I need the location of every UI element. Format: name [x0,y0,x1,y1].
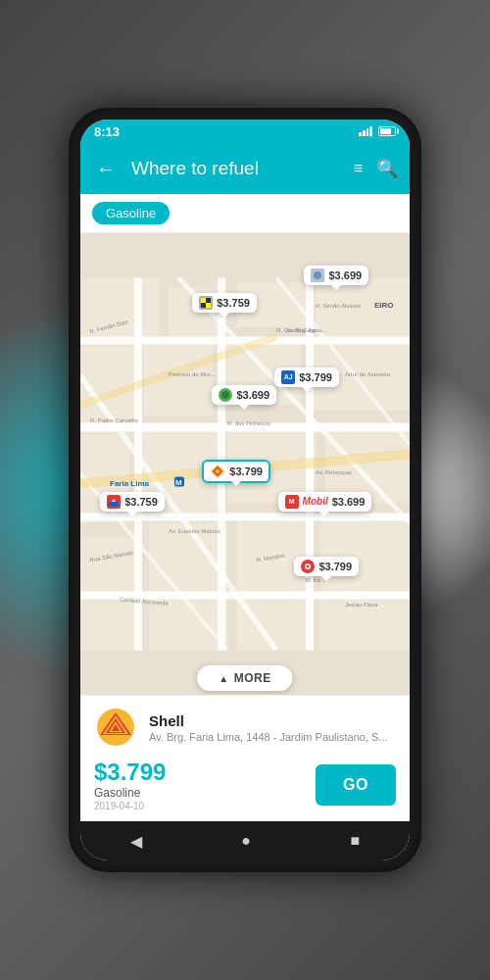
price-info: $3.799 Gasoline 2019-04-10 [94,759,166,811]
price-fuel: Gasoline [94,786,166,800]
svg-rect-51 [201,303,206,308]
pin-logo-mobil: M [285,495,299,509]
station-price-row: $3.799 Gasoline 2019-04-10 GO [94,759,396,811]
svg-text:M: M [175,478,182,487]
pin-logo-3 [219,388,232,402]
status-icons [359,126,396,136]
go-button[interactable]: GO [316,764,396,806]
svg-text:Av. Brg. Faria...: Av. Brg. Faria... [286,327,326,333]
price-pin-3[interactable]: $3.699 [212,385,276,405]
svg-text:Pedroso de Mor...: Pedroso de Mor... [169,371,216,377]
svg-text:EIRO: EIRO [374,301,394,310]
back-button[interactable]: ← [92,154,120,184]
station-name: Shell [149,712,396,729]
svg-point-54 [314,271,321,279]
pin-logo-shell [210,464,225,479]
map-container: Faria Lima M R. Fernão Dias R. Padre Car… [80,233,410,695]
svg-rect-49 [201,298,206,303]
nav-back-button[interactable]: ◀ [111,826,162,857]
nav-home-button[interactable]: ● [221,826,270,856]
pin-logo-8 [301,560,315,573]
svg-point-60 [307,564,310,567]
shell-logo-icon [96,708,135,747]
mobil-label: Mobil [303,496,328,507]
svg-rect-14 [149,523,227,651]
price-pin-4[interactable]: AJ $3.799 [274,368,339,387]
svg-rect-15 [237,518,311,651]
page-title: Where to refuel [131,158,342,179]
price-pin-7[interactable]: M Mobil $3.699 [278,492,372,512]
svg-text:R. Padre Carvalho: R. Padre Carvalho [90,417,139,423]
svg-rect-56 [109,502,119,507]
nav-recents-button[interactable]: ■ [331,826,380,856]
svg-text:R. Simão Alvares: R. Simão Alvares [316,303,361,309]
pin-price-8: $3.799 [318,561,352,572]
station-logo-wrap [94,706,137,749]
top-bar: ← Where to refuel ≡ 🔍 [80,143,410,194]
pin-price-4: $3.799 [299,371,332,383]
pin-logo-6 [107,495,121,509]
phone-frame: 8:13 ← Where to refuel ≡ 🔍 [69,108,421,872]
more-label: MORE [234,671,271,685]
pin-price-2: $3.699 [328,270,362,281]
station-address: Av. Brg. Faria Lima, 1448 - Jardim Pauli… [149,731,396,743]
svg-rect-50 [206,298,211,303]
status-bar: 8:13 [80,120,410,143]
battery-icon [378,126,396,136]
pin-price-1: $3.759 [217,297,250,309]
svg-text:R. dos Pinheiros: R. dos Pinheiros [227,420,270,426]
station-header: Shell Av. Brg. Faria Lima, 1448 - Jardim… [94,706,396,749]
price-pin-5[interactable]: $3.799 [202,460,270,483]
pin-price-3: $3.699 [236,389,270,401]
search-icon[interactable]: 🔍 [376,158,398,179]
price-pin-2[interactable]: $3.699 [304,266,368,285]
filter-chip-label: Gasoline [106,206,156,220]
pin-price-5: $3.799 [229,466,263,477]
filter-bar: Gasoline [80,194,410,233]
filter-icon[interactable]: ≡ [354,160,363,177]
gasoline-filter-chip[interactable]: Gasoline [92,202,170,224]
price-pin-8[interactable]: $3.799 [294,557,359,576]
svg-text:Av. Rebouças: Av. Rebouças [316,469,352,475]
top-icons: ≡ 🔍 [354,158,398,179]
station-card: Shell Av. Brg. Faria Lima, 1448 - Jardim… [80,695,410,821]
nav-bar: ◀ ● ■ [80,821,410,860]
svg-text:Artur de Azevedo: Artur de Azevedo [345,371,391,377]
price-date: 2019-04-10 [94,801,166,811]
svg-text:Av. Eusébio Matoso: Av. Eusébio Matoso [169,528,220,534]
pin-logo-1 [199,296,213,310]
pin-price-7: $3.699 [332,496,366,508]
svg-rect-17 [80,337,410,345]
price-value: $3.799 [94,759,166,786]
svg-rect-52 [206,303,211,308]
price-pin-6[interactable]: $3.759 [100,492,165,512]
pin-logo-4: AJ [281,370,295,384]
more-chevron: ▲ [219,673,228,684]
status-time: 8:13 [94,124,120,139]
more-button[interactable]: ▲ MORE [197,665,292,691]
price-pin-1[interactable]: $3.759 [192,293,257,313]
pin-logo-2 [311,269,324,282]
phone-screen: 8:13 ← Where to refuel ≡ 🔍 [80,120,410,860]
svg-text:Jeslau Flexa: Jeslau Flexa [345,602,378,608]
svg-rect-16 [320,518,410,651]
station-info: Shell Av. Brg. Faria Lima, 1448 - Jardim… [149,712,396,743]
svg-text:Faria Lima: Faria Lima [110,479,150,488]
pin-price-6: $3.759 [124,496,158,508]
signal-icon [359,126,372,136]
